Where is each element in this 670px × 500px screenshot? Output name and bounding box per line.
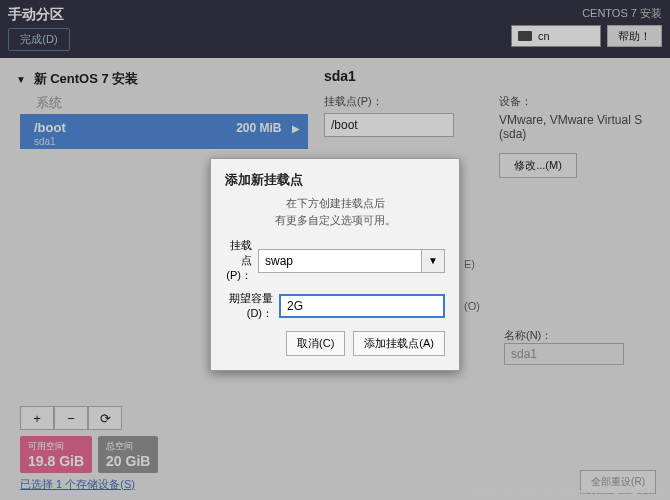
- add-mountpoint-button[interactable]: 添加挂载点(A): [353, 331, 445, 356]
- cancel-button[interactable]: 取消(C): [286, 331, 345, 356]
- dlg-mountpoint-label: 挂载点(P)：: [225, 238, 252, 283]
- chevron-down-icon[interactable]: ▼: [421, 249, 445, 273]
- add-mountpoint-dialog: 添加新挂载点 在下方创建挂载点后有更多自定义选项可用。 挂载点(P)： ▼ 期望…: [210, 158, 460, 371]
- watermark: https://blog.csdn.net/weixin_43849575: [473, 487, 662, 498]
- dialog-title: 添加新挂载点: [225, 171, 445, 189]
- dlg-mountpoint-input[interactable]: [258, 249, 421, 273]
- dlg-capacity-input[interactable]: [279, 294, 445, 318]
- modal-overlay: 添加新挂载点 在下方创建挂载点后有更多自定义选项可用。 挂载点(P)： ▼ 期望…: [0, 0, 670, 500]
- dialog-subtitle: 在下方创建挂载点后有更多自定义选项可用。: [225, 195, 445, 228]
- dlg-capacity-label: 期望容量(D)：: [225, 291, 273, 321]
- dlg-mountpoint-combo[interactable]: ▼: [258, 249, 445, 273]
